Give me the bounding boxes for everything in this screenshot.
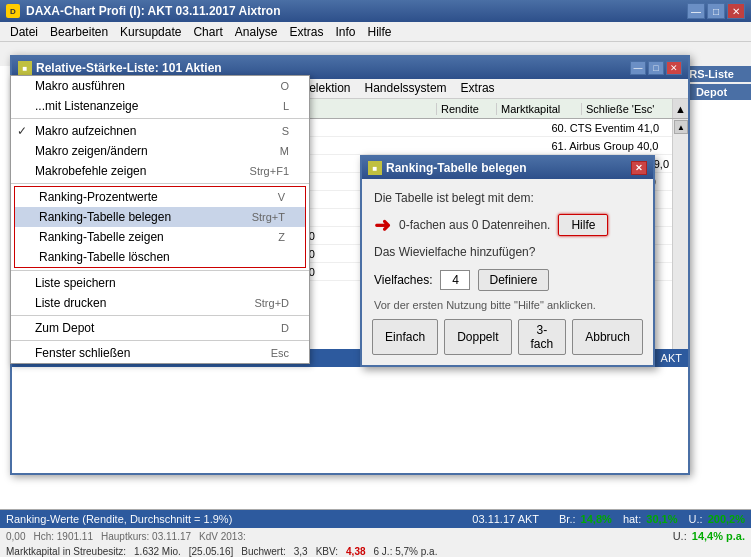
- menu-makro-aufzeichnen[interactable]: Makro aufzeichnen S: [11, 121, 309, 141]
- rsl-maximize[interactable]: □: [648, 61, 664, 75]
- menu-ranking-prozentwerte[interactable]: Ranking-Prozentwerte V: [15, 187, 305, 207]
- close-button[interactable]: ✕: [727, 3, 745, 19]
- menu-fenster-schliessen[interactable]: Fenster schließen Esc: [11, 343, 309, 363]
- status-row2: 0,00 Hch: 1901.11 Hauptkurs: 03.11.17 Kd…: [0, 528, 751, 544]
- ranking-dialog-close[interactable]: ✕: [631, 161, 647, 175]
- th-marktkapital: Marktkapital: [497, 103, 582, 115]
- rsl-minimize[interactable]: —: [630, 61, 646, 75]
- menu-makro-ausfuhren[interactable]: Makro ausführen O: [11, 76, 309, 96]
- status-label4: U.: 14,4% p.a.: [673, 530, 745, 542]
- buchwert-val: 3,3: [294, 546, 308, 557]
- rsl-close[interactable]: ✕: [666, 61, 682, 75]
- main-title-bar: D DAXA-Chart Profi (I): AKT 03.11.2017 A…: [0, 0, 751, 22]
- sep4: [11, 315, 309, 316]
- definiere-button[interactable]: Definiere: [478, 269, 548, 291]
- title-bar-buttons: — □ ✕: [687, 3, 745, 19]
- rsl-icon: ■: [18, 61, 32, 75]
- status-bar: Ranking-Werte (Rendite, Durchschnitt = 1…: [0, 509, 751, 557]
- arrow-icon: ➜: [374, 213, 391, 237]
- sep5: [11, 340, 309, 341]
- ranking-dialog-icon: ■: [368, 161, 382, 175]
- menu-ranking-tabelle-belegen[interactable]: Ranking-Tabelle belegen Strg+T: [15, 207, 305, 227]
- sep1: [11, 118, 309, 119]
- menu-makrobefehle-zeigen[interactable]: Makrobefehle zeigen Strg+F1: [11, 161, 309, 181]
- menu-hilfe[interactable]: Hilfe: [362, 24, 398, 39]
- doppelt-button[interactable]: Doppelt: [444, 319, 511, 355]
- menu-zum-depot[interactable]: Zum Depot D: [11, 318, 309, 338]
- status-ranking-text: Ranking-Werte (Rendite, Durchschnitt = 1…: [6, 513, 232, 525]
- ranking-dialog: ■ Ranking-Tabelle belegen ✕ Die Tabelle …: [360, 155, 655, 367]
- maximize-button[interactable]: □: [707, 3, 725, 19]
- ranking-question: Das Wievielfache hinzufügen?: [374, 243, 641, 261]
- date-label: [25.05.16]: [189, 546, 233, 557]
- vielfaches-label: Vielfaches:: [374, 273, 432, 287]
- datei-dropdown-menu: Makro ausführen O ...mit Listenanzeige L…: [10, 75, 310, 364]
- title-bar-left: D DAXA-Chart Profi (I): AKT 03.11.2017 A…: [6, 4, 281, 18]
- rsl-scrollbar: ▲: [672, 119, 688, 349]
- ranking-dialog-body: Die Tabelle ist belegt mit dem: ➜ 0-fach…: [362, 179, 653, 365]
- scroll-up-btn[interactable]: ▲: [672, 99, 688, 118]
- menu-bearbeiten[interactable]: Bearbeiten: [44, 24, 114, 39]
- menu-chart[interactable]: Chart: [187, 24, 228, 39]
- ranking-action-buttons: Einfach Doppelt 3-fach Abbruch: [374, 319, 641, 355]
- status-row1: Ranking-Werte (Rendite, Durchschnitt = 1…: [0, 510, 751, 528]
- ranking-info-line1: Die Tabelle ist belegt mit dem:: [374, 189, 641, 207]
- ranking-multiple-row: Vielfaches: Definiere: [374, 269, 641, 291]
- hinweis-text: Vor der ersten Nutzung bitte "Hilfe" ank…: [374, 299, 641, 311]
- app-title: DAXA-Chart Profi (I): AKT 03.11.2017 Aix…: [26, 4, 281, 18]
- ranking-title-text: Ranking-Tabelle belegen: [386, 161, 526, 175]
- th-schliesse: Schließe 'Esc': [582, 103, 672, 115]
- menu-ranking-tabelle-zeigen[interactable]: Ranking-Tabelle zeigen Z: [15, 227, 305, 247]
- status-right-vals: Br.: 14,8% hat: 30,1% U.: 200,2%: [559, 513, 745, 525]
- sep3: [11, 270, 309, 271]
- marktkapital-label: Marktkapital in Streubesitz:: [6, 546, 126, 557]
- buchwert-label: Buchwert:: [241, 546, 285, 557]
- rsl-menu-handelssystem[interactable]: Handelssystem: [358, 80, 454, 97]
- ranking-menu-section: Ranking-Prozentwerte V Ranking-Tabelle b…: [14, 186, 306, 268]
- status-date-ticker: 03.11.17 AKT: [472, 513, 539, 525]
- app-icon: D: [6, 4, 20, 18]
- rsl-title-text: Relative-Stärke-Liste: 101 Aktien: [36, 61, 222, 75]
- status-row3: Marktkapital in Streubesitz: 1.632 Mio. …: [0, 544, 751, 557]
- menu-datei[interactable]: Datei: [4, 24, 44, 39]
- menu-kursupdate[interactable]: Kursupdate: [114, 24, 187, 39]
- menu-analyse[interactable]: Analyse: [229, 24, 284, 39]
- menu-ranking-tabelle-loschen[interactable]: Ranking-Tabelle löschen: [15, 247, 305, 267]
- abbruch-button[interactable]: Abbruch: [572, 319, 643, 355]
- menu-extras[interactable]: Extras: [284, 24, 330, 39]
- main-menu-bar: Datei Bearbeiten Kursupdate Chart Analys…: [0, 22, 751, 42]
- rsl-window-buttons: — □ ✕: [630, 61, 682, 75]
- minimize-button[interactable]: —: [687, 3, 705, 19]
- vielfaches-input[interactable]: [440, 270, 470, 290]
- kbv-val: 4,38: [346, 546, 365, 557]
- ranking-dialog-title: ■ Ranking-Tabelle belegen ✕: [362, 157, 653, 179]
- kbv-label: KBV:: [316, 546, 338, 557]
- sep2: [11, 183, 309, 184]
- menu-makro-zeigen[interactable]: Makro zeigen/ändern M: [11, 141, 309, 161]
- menu-info[interactable]: Info: [330, 24, 362, 39]
- other-info: 6 J.: 5,7% p.a.: [374, 546, 438, 557]
- dreifach-button[interactable]: 3-fach: [518, 319, 567, 355]
- scrollbar-up[interactable]: ▲: [674, 120, 688, 134]
- ranking-info-line2: 0-fachen aus 0 Datenreihen.: [399, 216, 550, 234]
- marktkapital-value: 1.632 Mio.: [134, 546, 181, 557]
- th-rendite: Rendite: [437, 103, 497, 115]
- menu-mit-listenanzeige[interactable]: ...mit Listenanzeige L: [11, 96, 309, 116]
- menu-liste-drucken[interactable]: Liste drucken Strg+D: [11, 293, 309, 313]
- rsl-title-left: ■ Relative-Stärke-Liste: 101 Aktien: [18, 61, 222, 75]
- einfach-button[interactable]: Einfach: [372, 319, 438, 355]
- status-coords: 0,00: [6, 531, 25, 542]
- rsl-menu-extras[interactable]: Extras: [454, 80, 502, 97]
- main-window: D DAXA-Chart Profi (I): AKT 03.11.2017 A…: [0, 0, 751, 557]
- menu-liste-speichern[interactable]: Liste speichern: [11, 273, 309, 293]
- ranking-info-row: ➜ 0-fachen aus 0 Datenreihen. Hilfe: [374, 213, 641, 237]
- hilfe-button[interactable]: Hilfe: [558, 214, 608, 236]
